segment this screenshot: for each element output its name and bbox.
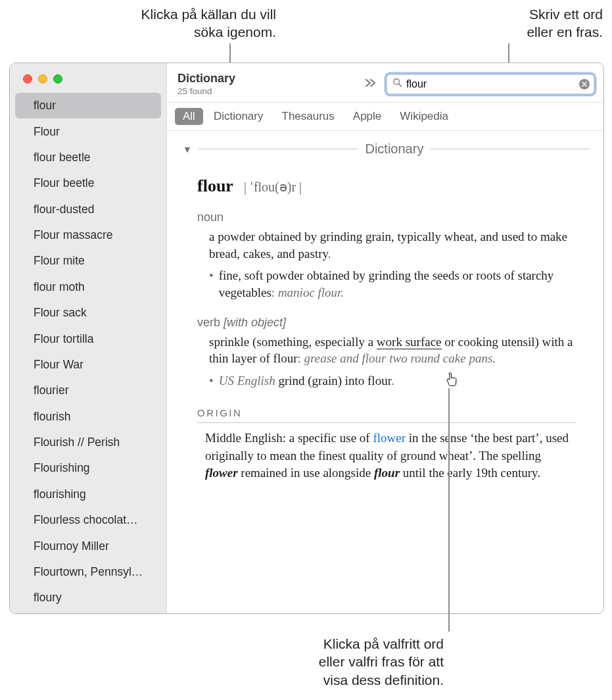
origin-text: Middle English: a specific use of flower…: [197, 430, 576, 482]
sub-definition-noun: • fine, soft powder obtained by grinding…: [209, 267, 576, 301]
source-tab-wikipedia[interactable]: Wikipedia: [392, 108, 456, 125]
list-item[interactable]: Flourless chocolat…: [10, 507, 166, 533]
toolbar: Dictionary 25 found: [167, 63, 603, 103]
search-field[interactable]: [387, 74, 594, 94]
part-of-speech-noun: noun: [197, 211, 576, 224]
bullet-icon: •: [209, 267, 214, 301]
callout-sources: Klicka på källan du vill söka igenom.: [105, 5, 276, 41]
close-window-button[interactable]: [23, 74, 32, 84]
result-count: 25 found: [177, 86, 235, 96]
source-tab-apple[interactable]: Apple: [345, 108, 389, 125]
svg-line-1: [399, 84, 402, 87]
headword-row: flour | ˈflou(ə)r |: [197, 176, 576, 196]
sidebar: flour Flour flour beetle Flour beetle fl…: [10, 63, 166, 613]
results-list[interactable]: flour Flour flour beetle Flour beetle fl…: [10, 93, 166, 613]
section-label: Dictionary: [365, 141, 423, 157]
window-traffic-lights: [10, 63, 166, 93]
source-tab-all[interactable]: All: [175, 108, 203, 125]
divider: [430, 149, 590, 149]
list-item[interactable]: flourier: [10, 378, 166, 403]
cross-ref-link[interactable]: work surface: [377, 335, 442, 349]
list-item[interactable]: Flourtown, Pennsyl…: [10, 559, 166, 585]
definition-verb: sprinkle (something, especially a work s…: [209, 334, 576, 367]
list-item[interactable]: flour: [15, 93, 161, 118]
list-item[interactable]: Flour mite: [10, 248, 166, 274]
list-item[interactable]: flour-dusted: [10, 197, 166, 222]
sources-bar: All Dictionary Thesaurus Apple Wikipedia: [167, 103, 603, 131]
app-title: Dictionary: [177, 72, 235, 86]
leader-line: [448, 388, 450, 632]
list-item[interactable]: Flournoy Miller: [10, 533, 166, 559]
list-item[interactable]: Flour massacre: [10, 222, 166, 248]
search-input[interactable]: [406, 78, 575, 90]
callout-search: Skriv ett ord eller en fras.: [471, 5, 603, 41]
section-header[interactable]: ▼ Dictionary: [183, 141, 590, 157]
list-item[interactable]: Flour tortilla: [10, 326, 166, 351]
cursor-pointer-icon: [446, 372, 458, 387]
dictionary-window: flour Flour flour beetle Flour beetle fl…: [9, 63, 604, 614]
disclosure-triangle-icon[interactable]: ▼: [183, 144, 192, 155]
search-icon: [392, 78, 402, 90]
headword: flour: [197, 176, 233, 195]
definition-content: ▼ Dictionary flour | ˈflou(ə)r | noun a …: [167, 131, 603, 613]
list-item[interactable]: Flourish // Perish: [10, 430, 166, 455]
list-item[interactable]: floury: [10, 585, 166, 611]
list-item[interactable]: Flour War: [10, 352, 166, 378]
cross-ref-link[interactable]: flower: [373, 431, 406, 445]
list-item[interactable]: flourishing: [10, 482, 166, 507]
sub-definition-verb: • US English grind (grain) into flour.: [209, 372, 576, 389]
clear-search-button[interactable]: [579, 79, 590, 89]
title-block: Dictionary 25 found: [177, 72, 235, 96]
source-tab-dictionary[interactable]: Dictionary: [206, 108, 271, 125]
list-item[interactable]: Flourishing: [10, 455, 166, 481]
list-item[interactable]: flour beetle: [10, 145, 166, 170]
callout-click-word: Klicka på valfritt ord eller valfri fras…: [286, 635, 444, 689]
entry: flour | ˈflou(ə)r | noun a powder obtain…: [183, 176, 590, 482]
part-of-speech-verb: verb [with object]: [197, 316, 576, 330]
fullscreen-window-button[interactable]: [53, 74, 62, 84]
main-pane: Dictionary 25 found All Dictionary Thesa…: [166, 63, 603, 613]
divider: [199, 149, 359, 149]
list-item[interactable]: Flour beetle: [10, 170, 166, 196]
origin-heading: ORIGIN: [197, 407, 576, 423]
list-item[interactable]: flour moth: [10, 274, 166, 300]
overflow-chevron-icon[interactable]: [363, 78, 379, 90]
list-item[interactable]: flourish: [10, 404, 166, 430]
bullet-icon: •: [209, 372, 214, 389]
source-tab-thesaurus[interactable]: Thesaurus: [274, 108, 342, 125]
definition-noun: a powder obtained by grinding grain, typ…: [209, 228, 576, 262]
list-item[interactable]: Flour sack: [10, 300, 166, 326]
pronunciation: | ˈflou(ə)r |: [244, 180, 302, 194]
list-item[interactable]: Flour: [10, 118, 166, 144]
minimize-window-button[interactable]: [38, 74, 47, 84]
